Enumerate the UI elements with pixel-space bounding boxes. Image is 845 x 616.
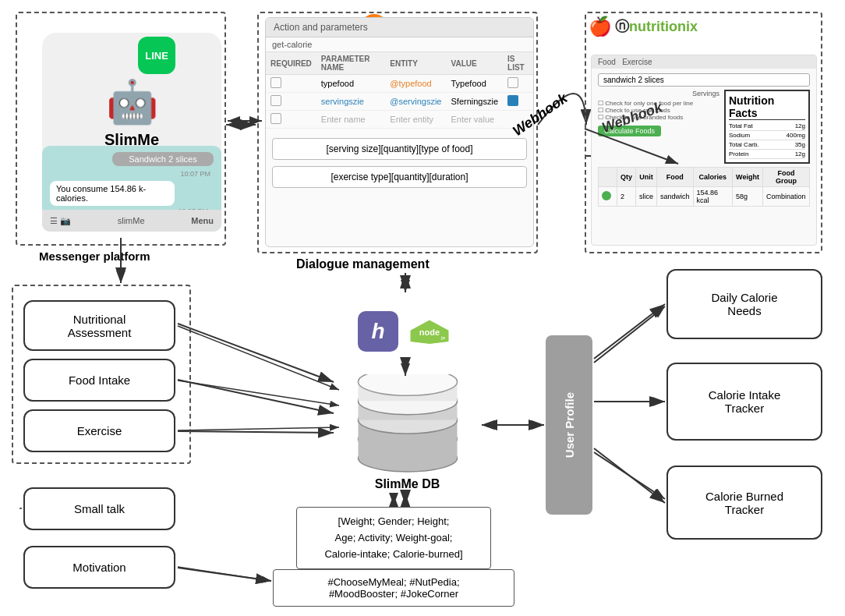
df-action-value: get-calorie — [272, 40, 312, 49]
nix-nf-row-3: Total Carb.35g — [729, 140, 805, 150]
nix-unit: slice — [636, 187, 657, 207]
svg-line-38 — [178, 326, 339, 390]
small-talk-label: Small talk — [74, 502, 125, 515]
svg-line-5 — [178, 431, 334, 433]
nix-calories: 154.86 kcal — [693, 187, 733, 207]
nix-col-weight: Weight — [733, 168, 763, 187]
nix-food-dot — [602, 191, 611, 200]
nix-col-unit: Unit — [636, 168, 657, 187]
df-col-value: VALUE — [447, 52, 504, 75]
nutritional-assessment-box: Nutritional Assessment — [23, 300, 175, 351]
df-checkbox-3 — [270, 113, 281, 124]
df-islist-2 — [507, 95, 518, 106]
nix-food-group: Combination — [762, 187, 809, 207]
dialogue-management-label: Dialogue management — [296, 257, 430, 271]
df-row-1: typefood @typefood Typefood — [266, 75, 533, 93]
df-header-text: Action and parameters — [274, 22, 368, 33]
line-text: LINE — [145, 50, 168, 62]
chat-bar: ☰ 📷 slimMe Menu — [42, 210, 221, 232]
hashtag-text: #ChooseMyMeal; #NutPedia;#MoodBooster; #… — [327, 576, 459, 600]
nix-result-row-1: 2 slice sandwich 154.86 kcal 58g Combina… — [599, 187, 810, 207]
calorie-burned-label: Calorie Burned Tracker — [705, 490, 783, 516]
database-svg — [345, 374, 470, 473]
nix-nf-row-2: Sodium400mg — [729, 131, 805, 140]
df-col-param: PARAMETER NAME — [316, 52, 386, 75]
heroku-node-container: h node js — [343, 292, 468, 370]
database-container: SlimMe DB — [335, 374, 479, 491]
calorie-intake-tracker-box: Calorie Intake Tracker — [666, 363, 822, 441]
exercise-box: Exercise — [23, 409, 175, 452]
svg-line-11 — [594, 448, 665, 503]
chat-area: Sandwich 2 slices 10:07 PM You consume 1… — [42, 146, 221, 232]
nix-nf-title: Nutrition Facts — [729, 94, 805, 120]
user-profile-bar: User Profile — [546, 335, 592, 515]
nix-col-qty: Qty — [617, 168, 636, 187]
df-value-1: Typefood — [447, 75, 504, 93]
nix-nf-row-4: Protein12g — [729, 150, 805, 159]
calorie-burned-tracker-box: Calorie Burned Tracker — [666, 466, 822, 540]
chat-bubble-top: Sandwich 2 slices — [112, 152, 214, 166]
nix-header-bar: Food Exercise — [592, 55, 816, 69]
db-fields-text: [Weight; Gender; Height;Age; Activity; W… — [324, 515, 462, 560]
database-label: SlimMe DB — [375, 477, 440, 491]
df-value-2: Sferningszie — [447, 93, 504, 111]
db-fields-box: [Weight; Gender; Height;Age; Activity; W… — [296, 507, 491, 569]
nix-nf-row-1: Total Fat12g — [729, 122, 805, 131]
df-param-3: Enter name — [316, 111, 386, 129]
motivation-box: Motivation — [23, 546, 175, 589]
df-col-entity: ENTITY — [385, 52, 446, 75]
nix-col-group: Food Group — [762, 168, 809, 187]
svg-line-4 — [178, 380, 334, 413]
messenger-platform-box: LINE 🤖 SlimMe Sandwich 2 slices 10:07 PM… — [16, 12, 226, 246]
df-params-table: REQUIRED PARAMETER NAME ENTITY VALUE IS … — [266, 52, 533, 129]
calorie-intake-label: Calorie Intake Tracker — [709, 388, 781, 415]
chat-bubble-bottom: You consume 154.86 k- calories. — [50, 181, 175, 206]
nix-search-row: sandwich 2 slices — [598, 73, 810, 87]
df-entity-2: @servingszie — [385, 93, 446, 111]
df-template-2: [exercise type][quantity][duration] — [272, 166, 527, 188]
df-entity-1: @typefood — [385, 75, 446, 93]
nix-content: sandwich 2 slices Nutrition Facts Total … — [592, 69, 816, 211]
df-param-2: servingszie — [316, 93, 386, 111]
nutritionix-logo: 🍎 ⓝnutritionix — [589, 16, 698, 37]
chat-bar-icons: ☰ 📷 — [50, 216, 71, 226]
nix-weight: 58g — [733, 187, 763, 207]
nix-col-food: Food — [657, 168, 694, 187]
svg-line-39 — [178, 381, 339, 405]
df-col-islist: IS LIST — [503, 52, 533, 75]
chat-bar-slimme: slimMe — [118, 216, 145, 225]
heroku-icon: h — [358, 311, 398, 352]
svg-text:node: node — [419, 327, 440, 337]
daily-calorie-needs-box: Daily Calorie Needs — [666, 269, 822, 339]
food-intake-label: Food Intake — [69, 373, 130, 387]
nix-food-name: sandwich — [657, 187, 694, 207]
svg-line-6 — [178, 568, 271, 581]
messenger-platform-label: Messenger platform — [39, 250, 150, 263]
nix-calculate-btn[interactable]: Calculate Foods — [598, 126, 661, 136]
nix-nutrition-facts: Nutrition Facts Total Fat12g Sodium400mg… — [724, 90, 810, 164]
user-profile-label: User Profile — [563, 392, 576, 458]
nix-search-input[interactable]: sandwich 2 slices — [598, 73, 810, 87]
df-value-3: Enter value — [447, 111, 504, 129]
nix-col-calories: Calories — [693, 168, 733, 187]
daily-calorie-label: Daily Calorie Needs — [711, 291, 777, 317]
nix-tab-exercise: Exercise — [622, 58, 652, 66]
robot-icon: 🤖 — [106, 77, 158, 126]
df-row-2: servingszie @servingszie Sferningszie — [266, 93, 533, 111]
nutritionix-inner: Food Exercise sandwich 2 slices Nutritio… — [591, 55, 817, 246]
small-talk-box: Small talk — [23, 487, 175, 530]
chat-time-top: 10:07 PM — [50, 170, 210, 178]
svg-line-47 — [178, 567, 271, 581]
df-checkbox-1 — [270, 77, 281, 88]
motivation-label: Motivation — [72, 561, 126, 574]
df-entity-3: Enter entity — [385, 111, 446, 129]
svg-text:js: js — [440, 335, 446, 340]
df-template-1: [serving size][quantity][type of food] — [272, 138, 527, 160]
df-param-1: typefood — [316, 75, 386, 93]
hashtag-box: #ChooseMyMeal; #NutPedia;#MoodBooster; #… — [273, 569, 514, 607]
chat-bar-menu: Menu — [191, 216, 214, 225]
svg-line-45 — [594, 452, 665, 499]
df-col-required: REQUIRED — [266, 52, 316, 75]
df-islist-1 — [507, 77, 518, 88]
svg-line-40 — [178, 427, 339, 430]
